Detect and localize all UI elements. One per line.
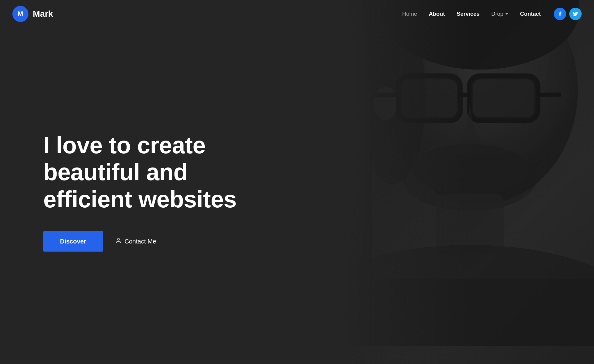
nav-links: Home About Services Drop Contact [397,8,546,20]
navbar: M Mark Home About Services Drop Contact [0,0,594,28]
hero-image [254,0,594,364]
person-icon [115,238,122,245]
social-icons [554,8,582,20]
hero-section: M Mark Home About Services Drop Contact [0,0,594,364]
nav-link-services[interactable]: Services [452,8,484,20]
hero-actions: Discover Contact Me [43,231,272,252]
gradient-overlay [254,0,470,364]
svg-point-17 [117,238,119,240]
facebook-icon[interactable] [554,8,566,20]
chevron-down-icon [505,13,508,15]
discover-button[interactable]: Discover [43,231,103,252]
contact-me-link[interactable]: Contact Me [115,238,156,245]
hero-content: I love to create beautiful and efficient… [43,132,272,252]
twitter-icon[interactable] [569,8,582,20]
brand-logo-letter: M [18,10,23,18]
contact-me-label: Contact Me [125,238,156,245]
nav-link-about[interactable]: About [424,8,450,20]
nav-link-contact[interactable]: Contact [515,8,546,20]
nav-link-home[interactable]: Home [397,8,422,20]
nav-link-drop[interactable]: Drop [486,8,513,20]
brand-name: Mark [33,9,53,19]
brand: M Mark [12,6,53,22]
hero-headline: I love to create beautiful and efficient… [43,132,272,213]
nav-right: Home About Services Drop Contact [397,8,582,20]
brand-logo[interactable]: M [12,6,28,22]
